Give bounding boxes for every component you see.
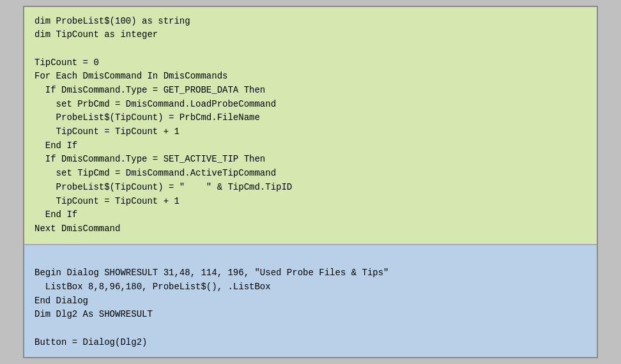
- code-line: Button = Dialog(Dlg2): [34, 336, 586, 350]
- code-line: ListBox 8,8,96,180, ProbeList$(), .ListB…: [34, 280, 586, 294]
- code-line: TipCount = TipCount + 1: [34, 125, 586, 139]
- code-line: Dim Dlg2 As SHOWRESULT: [34, 308, 586, 322]
- code-line: dim ProbeList$(100) as string: [34, 15, 586, 29]
- code-line: ProbeList$(TipCount) = PrbCmd.FileName: [34, 111, 586, 125]
- code-line: End If: [34, 139, 586, 153]
- code-line: set TipCmd = DmisCommand.ActiveTipComman…: [34, 167, 586, 181]
- code-line: If DmisCommand.Type = SET_ACTIVE_TIP The…: [34, 153, 586, 167]
- code-line: set PrbCmd = DmisCommand.LoadProbeComman…: [34, 98, 586, 112]
- code-line: End If: [34, 208, 586, 222]
- code-line: [34, 322, 586, 336]
- code-line: [34, 253, 586, 267]
- code-line: Begin Dialog SHOWRESULT 31,48, 114, 196,…: [34, 266, 586, 280]
- code-line: For Each DmisCommand In DmisCommands: [34, 70, 586, 84]
- code-line: If DmisCommand.Type = GET_PROBE_DATA The…: [34, 84, 586, 98]
- code-line: TipCount = TipCount + 1: [34, 195, 586, 209]
- code-section-green: dim ProbeList$(100) as stringdim TipCoun…: [24, 7, 597, 245]
- code-line: dim TipCount as integer: [34, 28, 586, 42]
- code-section-blue: Begin Dialog SHOWRESULT 31,48, 114, 196,…: [24, 245, 597, 358]
- code-line: End Dialog: [34, 294, 586, 308]
- code-line: ProbeList$(TipCount) = " " & TipCmd.TipI…: [34, 181, 586, 195]
- code-line: [34, 42, 586, 56]
- code-line: TipCount = 0: [34, 56, 586, 70]
- code-container: dim ProbeList$(100) as stringdim TipCoun…: [23, 6, 598, 359]
- code-line: Next DmisCommand: [34, 222, 586, 236]
